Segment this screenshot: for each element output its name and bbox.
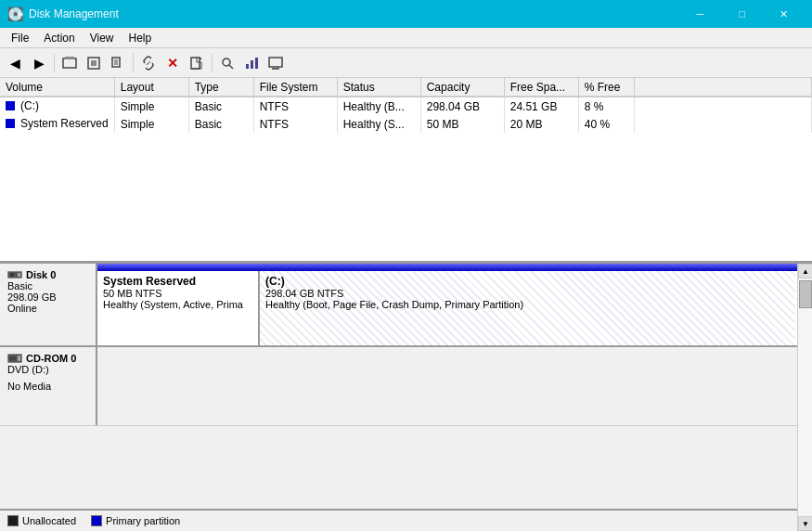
disk-0-status: Online [7,303,88,314]
col-type[interactable]: Type [188,78,253,97]
toolbar-sep-2 [133,54,134,72]
partition-system-reserved[interactable]: System Reserved 50 MB NTFS Healthy (Syst… [97,264,260,345]
cell-capacity-2: 50 MB [420,115,504,133]
cdrom-title: CD-ROM 0 [7,353,88,364]
partition-status-2: Healthy (Boot, Page File, Crash Dump, Pr… [265,299,792,310]
svg-rect-14 [255,58,258,69]
disk-0-size: 298.09 GB [7,291,88,303]
svg-rect-24 [18,356,20,361]
cell-type-1: Basic [188,97,253,115]
partition-status-1: Healthy (System, Active, Prima [103,299,254,310]
toolbar-forward[interactable]: ▶ [28,52,50,74]
legend-box-primary [91,515,102,526]
scrollbar-down[interactable]: ▼ [798,516,812,531]
table-row[interactable]: System Reserved Simple Basic NTFS Health… [0,115,812,133]
disk-row-0: Disk 0 Basic 298.09 GB Online System Res… [0,264,797,347]
cdrom-drive: DVD (D:) [7,364,88,375]
cell-volume-2: System Reserved [0,115,114,133]
svg-rect-15 [269,58,282,67]
col-volume[interactable]: Volume [0,78,114,97]
toolbar-sep-1 [54,54,55,72]
menu-action[interactable]: Action [36,30,82,46]
disk-drive-icon [7,269,22,280]
cell-percent-2: 40 % [578,115,634,133]
partition-header-bar [97,264,797,271]
col-capacity[interactable]: Capacity [420,78,504,97]
svg-rect-3 [91,60,97,66]
title-bar-controls: ─ □ ✕ [679,0,805,28]
scrollbar-thumb[interactable] [799,280,812,308]
toolbar-btn-4[interactable] [83,52,105,74]
col-freespace[interactable]: Free Spa... [504,78,578,97]
cell-layout-1: Simple [114,97,188,115]
legend-box-unallocated [7,515,19,526]
app-icon: 💽 [7,6,23,21]
menu-view[interactable]: View [83,30,122,46]
table-area: Volume Layout Type File System Status Ca… [0,78,812,264]
cell-layout-2: Simple [114,115,188,133]
svg-rect-0 [63,58,76,68]
cell-volume-1: (C:) [0,97,114,115]
maximize-button[interactable]: □ [721,0,763,28]
legend-bar: Unallocated Primary partition [0,509,812,531]
toolbar-btn-new[interactable] [186,52,208,74]
close-button[interactable]: ✕ [763,0,805,28]
partition-size-2: 298.04 GB NTFS [265,288,792,299]
toolbar-btn-5[interactable] [107,52,129,74]
main-content: Volume Layout Type File System Status Ca… [0,78,812,531]
scrollbar-track[interactable] [798,278,812,516]
scrollbar-up[interactable]: ▲ [798,264,812,278]
cell-status-1: Healthy (B... [337,97,420,115]
cdrom-status: No Media [7,381,88,392]
col-percentfree[interactable]: % Free [578,78,634,97]
title-bar: 💽 Disk Management ─ □ ✕ [0,0,812,28]
svg-point-10 [223,58,230,66]
partition-name-2: (C:) [265,275,792,288]
toolbar-btn-link[interactable] [137,52,160,74]
svg-point-21 [10,273,14,277]
svg-rect-8 [191,58,200,69]
disk-0-partitions: System Reserved 50 MB NTFS Healthy (Syst… [97,264,797,345]
cell-type-2: Basic [188,115,253,133]
disk-area: Disk 0 Basic 298.09 GB Online System Res… [0,264,812,531]
svg-line-11 [229,65,233,69]
table-row[interactable]: (C:) Simple Basic NTFS Healthy (B... 298… [0,97,812,115]
svg-rect-12 [246,64,249,69]
scrollbar[interactable]: ▲ ▼ [797,264,812,531]
cell-percent-1: 8 % [578,97,634,115]
toolbar-btn-monitor[interactable] [264,52,287,74]
window-title: Disk Management [29,7,119,20]
col-status[interactable]: Status [337,78,420,97]
legend-primary: Primary partition [91,515,180,526]
toolbar-btn-3[interactable] [58,52,81,74]
col-layout[interactable]: Layout [114,78,188,97]
cell-fs-2: NTFS [253,115,337,133]
cdrom-icon [7,353,22,364]
partition-size-1: 50 MB NTFS [103,288,254,299]
volume-table: Volume Layout Type File System Status Ca… [0,78,812,133]
cdrom-row: CD-ROM 0 DVD (D:) No Media [0,347,797,426]
toolbar-btn-delete[interactable]: ✕ [161,52,184,74]
title-bar-left: 💽 Disk Management [7,6,119,21]
cell-status-2: Healthy (S... [337,115,420,133]
toolbar-btn-search[interactable] [216,52,238,74]
disk-0-type: Basic [7,280,88,291]
col-filesystem[interactable]: File System [253,78,337,97]
partition-name-1: System Reserved [103,275,254,288]
menu-help[interactable]: Help [122,30,160,46]
cell-capacity-1: 298.04 GB [420,97,504,115]
menu-file[interactable]: File [4,30,36,46]
legend-unallocated: Unallocated [7,515,76,526]
disk-label-0: Disk 0 Basic 298.09 GB Online [0,264,97,345]
col-extra [634,78,811,97]
svg-rect-1 [65,57,74,59]
legend-label-primary: Primary partition [106,515,180,526]
cell-freespace-1: 24.51 GB [504,97,578,115]
partition-c-drive[interactable]: (C:) 298.04 GB NTFS Healthy (Boot, Page … [260,264,797,345]
svg-rect-25 [9,356,16,360]
toolbar: ◀ ▶ ✕ [0,48,812,78]
toolbar-btn-bar[interactable] [240,52,263,74]
minimize-button[interactable]: ─ [679,0,721,28]
disk-0-title: Disk 0 [7,269,88,280]
toolbar-back[interactable]: ◀ [4,52,26,74]
